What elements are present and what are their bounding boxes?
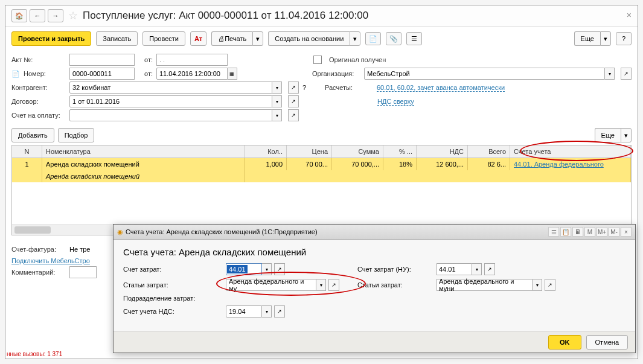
table-more-dropdown[interactable]: ▾ <box>621 128 632 142</box>
main-window: 🏠 ← → ☆ Поступление услуг: Акт 0000-0000… <box>5 5 638 359</box>
col-nomenclature[interactable]: Номенклатура <box>42 145 245 158</box>
structure-icon[interactable]: 📄 <box>365 32 381 45</box>
number-input[interactable]: 0000-000011 <box>69 68 135 80</box>
post-and-close-button[interactable]: Провести и закрыть <box>11 31 91 46</box>
cost-items-dropdown2[interactable]: ▾ <box>533 279 542 291</box>
date-picker-icon[interactable]: ▦ <box>228 68 237 80</box>
form-area: Акт №: от: . . Оригинал получен 📄 Номер:… <box>5 51 638 124</box>
titlebar: 🏠 ← → ☆ Поступление услуг: Акт 0000-0000… <box>5 5 638 27</box>
nds-acct-open[interactable]: ↗ <box>274 305 285 318</box>
modal-titlebar: ◉ Счета учета: Аренда складских помещени… <box>114 225 635 240</box>
contract-dropdown[interactable]: ▾ <box>272 95 282 107</box>
modal-m[interactable]: M <box>584 227 595 237</box>
col-price[interactable]: Цена <box>287 145 332 158</box>
modal-footer: OK Отмена <box>114 331 635 353</box>
modal-icon-2[interactable]: 📋 <box>560 227 571 237</box>
contragent-label: Контрагент: <box>11 84 66 91</box>
invoice-input[interactable] <box>69 109 272 121</box>
invoice-dropdown[interactable]: ▾ <box>272 109 282 121</box>
attach-icon[interactable]: 📎 <box>386 32 401 45</box>
col-nds[interactable]: НДС <box>417 145 468 158</box>
post-button[interactable]: Провести <box>142 31 185 46</box>
home-button[interactable]: 🏠 <box>11 9 27 22</box>
add-row-button[interactable]: Добавить <box>11 128 54 142</box>
comment-label: Комментарий: <box>11 269 66 276</box>
akt-from-label: от: <box>144 56 153 63</box>
cost-acct-nu-dropdown[interactable]: ▾ <box>472 263 482 275</box>
save-button[interactable]: Записать <box>96 31 138 46</box>
sf-label: Счет-фактура: <box>11 246 66 253</box>
help-button[interactable]: ? <box>616 32 632 45</box>
col-sum[interactable]: Сумма <box>332 145 383 158</box>
comment-input[interactable] <box>69 266 97 278</box>
date-from-label: от: <box>144 70 153 77</box>
nds-acct-dropdown[interactable]: ▾ <box>262 305 272 318</box>
favorite-star-icon[interactable]: ☆ <box>68 9 78 22</box>
nds-acct-input[interactable]: 19.04 <box>226 305 262 318</box>
more-button[interactable]: Еще <box>574 31 600 46</box>
info-icon[interactable]: ? <box>302 84 312 91</box>
modal-icon-1[interactable]: ☰ <box>548 227 559 237</box>
forward-button[interactable]: → <box>48 9 63 22</box>
print-button[interactable]: 🖨 Печать <box>211 31 252 46</box>
contragent-input[interactable]: 32 комбинат <box>69 81 272 94</box>
sf-value: Не тре <box>69 246 90 253</box>
col-pct[interactable]: % ... <box>383 145 417 158</box>
modal-m-minus[interactable]: M- <box>609 227 619 237</box>
akt-no-label: Акт №: <box>11 56 66 63</box>
cancel-button[interactable]: Отмена <box>586 335 628 350</box>
org-open-button[interactable]: ↗ <box>621 68 632 80</box>
items-table: N Номенклатура Кол.. Цена Сумма % ... НД… <box>11 145 632 235</box>
modal-titlebar-text: Счета учета: Аренда складских помещений … <box>126 228 318 235</box>
close-icon[interactable]: × <box>627 10 632 20</box>
number-label: Номер: <box>24 70 66 77</box>
col-quantity[interactable]: Кол.. <box>245 145 287 158</box>
nds-acct-label: Счет учета НДС: <box>123 308 226 315</box>
page-title: Поступление услуг: Акт 0000-000011 от 11… <box>83 10 368 22</box>
cost-acct-nu-input[interactable]: 44.01 <box>436 263 472 275</box>
cost-acct-nu-open[interactable]: ↗ <box>484 263 495 275</box>
table-more-button[interactable]: Еще <box>595 128 621 142</box>
modal-header: Счета учета: Аренда складских помещений <box>123 247 625 257</box>
invoice-open[interactable]: ↗ <box>288 109 299 121</box>
calc-link[interactable]: 60.01, 60.02, зачет аванса автоматически <box>377 84 505 92</box>
create-based-button[interactable]: Создать на основании <box>268 31 350 46</box>
cost-items-label2: Статьи затрат: <box>357 281 436 289</box>
toolbar: Провести и закрыть Записать Провести Ат … <box>5 27 638 51</box>
contragent-open[interactable]: ↗ <box>288 81 299 94</box>
list-icon[interactable]: ☰ <box>406 32 422 45</box>
contragent-dropdown[interactable]: ▾ <box>272 81 282 94</box>
modal-m-plus[interactable]: M+ <box>597 227 607 237</box>
create-based-dropdown[interactable]: ▾ <box>350 31 360 46</box>
debit-credit-icon[interactable]: Ат <box>190 31 206 46</box>
modal-icon-3[interactable]: 🖩 <box>572 227 583 237</box>
doc-icon: 📄 <box>11 70 20 78</box>
akt-date-input[interactable]: . . <box>156 54 228 66</box>
more-dropdown[interactable]: ▾ <box>600 31 611 46</box>
print-dropdown[interactable]: ▾ <box>252 31 263 46</box>
original-label: Оригинал получен <box>329 56 386 63</box>
contract-input[interactable]: 1 от 01.01.2016 <box>69 95 272 107</box>
col-n[interactable]: N <box>12 145 42 158</box>
cost-items-input2[interactable]: Аренда федерального и муни <box>436 279 533 291</box>
original-checkbox[interactable] <box>313 56 322 64</box>
contract-open[interactable]: ↗ <box>288 95 299 107</box>
date-input[interactable]: 11.04.2016 12:00:00 <box>156 68 228 80</box>
back-button[interactable]: ← <box>30 9 45 22</box>
invoice-label: Счет на оплату: <box>11 112 66 119</box>
calc-label: Расчеты: <box>325 84 373 91</box>
modal-close-icon[interactable]: × <box>621 227 632 237</box>
nds-link[interactable]: НДС сверху <box>377 98 414 106</box>
connect-link[interactable]: Подключить МебельСтро <box>11 257 90 264</box>
cost-items-open2[interactable]: ↗ <box>545 279 555 291</box>
table-row-sub[interactable]: Аренда складских помещений <box>12 170 631 182</box>
col-total[interactable]: Всего <box>468 145 510 158</box>
select-button[interactable]: Подбор <box>58 128 95 142</box>
table-row[interactable]: 1 Аренда складских помещений 1,000 70 00… <box>12 158 631 170</box>
org-dropdown[interactable]: ▾ <box>605 68 615 80</box>
cost-acct-label: Счет затрат: <box>123 266 226 273</box>
cost-items-label: Статьи затрат: <box>123 281 226 289</box>
akt-no-input[interactable] <box>69 54 135 66</box>
ok-button[interactable]: OK <box>548 335 581 350</box>
org-input[interactable]: МебельСтрой <box>364 68 605 80</box>
